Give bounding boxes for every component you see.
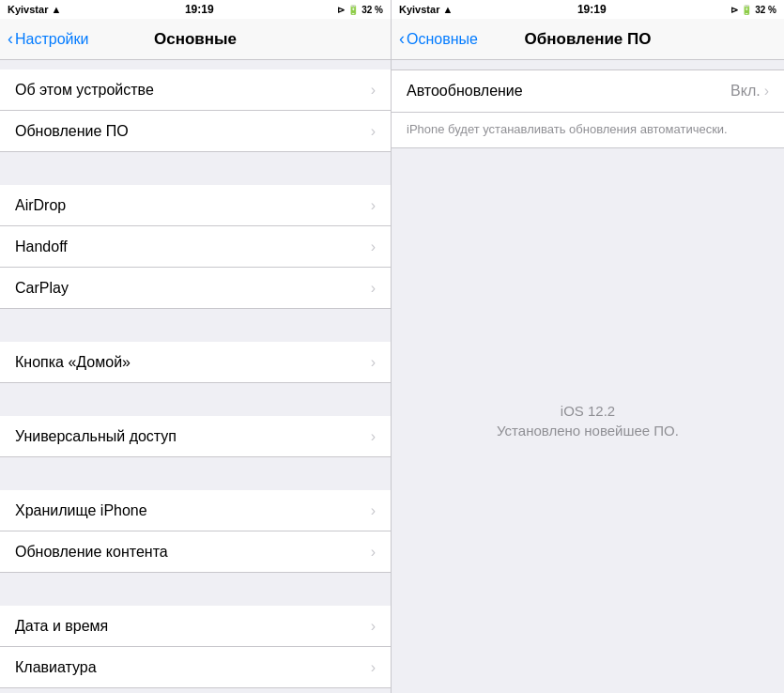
auto-update-status: Вкл. [730, 83, 761, 100]
left-nav-title: Основные [154, 30, 237, 49]
row-label-datetime: Дата и время [15, 618, 108, 635]
chevron-right-icon: › [371, 502, 376, 519]
left-settings-content: Об этом устройстве › Обновление ПО › Air… [0, 60, 391, 693]
chevron-right-icon: › [371, 659, 376, 676]
right-location-icon: ⊳ [730, 5, 738, 15]
right-panel: Kyivstar ▲ 19:19 ⊳ 🔋 32 % ‹ Основные Обн… [392, 0, 784, 693]
right-nav-bar: ‹ Основные Обновление ПО [392, 19, 784, 60]
left-divider-top [0, 60, 391, 69]
right-time: 19:19 [577, 3, 607, 16]
left-signal-icon: ▲ [51, 4, 61, 15]
list-item[interactable]: Хранилище iPhone › [0, 490, 391, 531]
list-item[interactable]: Клавиатура › [0, 647, 391, 688]
chevron-right-icon: › [371, 123, 376, 140]
list-item[interactable]: AirDrop › [0, 185, 391, 226]
list-item[interactable]: Об этом устройстве › [0, 69, 391, 111]
ios-status-label: Установлено новейшее ПО. [497, 423, 679, 439]
list-item[interactable]: Обновление ПО › [0, 111, 391, 152]
chevron-right-icon: › [371, 239, 376, 255]
right-signal-icon: ▲ [442, 4, 453, 15]
left-divider-5 [0, 457, 391, 490]
left-time: 19:19 [185, 3, 214, 16]
auto-update-label: Автообновление [407, 83, 523, 100]
ios-version-label: iOS 12.2 [561, 403, 615, 419]
left-section-1: Об этом устройстве › Обновление ПО › [0, 60, 391, 152]
left-status-right: ⊳ 🔋 32 % [337, 5, 383, 15]
chevron-right-icon: › [371, 428, 376, 445]
chevron-right-icon: › [371, 197, 376, 214]
chevron-right-icon: › [371, 544, 376, 561]
right-status-left: Kyivstar ▲ [399, 4, 453, 15]
left-section-4: Универсальный доступ › [0, 383, 391, 457]
auto-update-value: Вкл. › [730, 83, 769, 100]
right-back-label[interactable]: Основные [407, 31, 478, 48]
left-status-left: Kyivstar ▲ [8, 4, 61, 15]
left-nav-bar: ‹ Настройки Основные [0, 19, 391, 60]
left-back-label[interactable]: Настройки [15, 31, 88, 48]
list-item[interactable]: CarPlay › [0, 268, 391, 309]
list-item[interactable]: Обновление контента › [0, 531, 391, 573]
row-label-update: Обновление ПО [15, 123, 129, 140]
left-section-6: Дата и время › Клавиатура › [0, 573, 391, 688]
left-back-button[interactable]: ‹ Настройки [8, 29, 88, 49]
list-item[interactable]: Дата и время › [0, 606, 391, 647]
chevron-right-icon: › [371, 618, 376, 635]
left-location-icon: ⊳ [337, 5, 345, 15]
left-back-chevron-icon: ‹ [8, 29, 13, 49]
right-back-chevron-icon: ‹ [399, 29, 405, 49]
right-top-divider [392, 60, 784, 69]
row-label-handoff: Handoff [15, 239, 68, 255]
left-divider-6 [0, 573, 391, 606]
row-label-device: Об этом устройстве [15, 82, 154, 99]
chevron-right-icon: › [371, 280, 376, 297]
right-status-bar: Kyivstar ▲ 19:19 ⊳ 🔋 32 % [392, 0, 784, 19]
left-section-5: Хранилище iPhone › Обновление контента › [0, 457, 391, 573]
right-battery-icon: 🔋 [741, 5, 752, 15]
left-divider-4 [0, 383, 391, 416]
list-item[interactable]: Универсальный доступ › [0, 416, 391, 457]
auto-update-row[interactable]: Автообновление Вкл. › [392, 70, 784, 112]
left-carrier: Kyivstar [8, 4, 48, 15]
right-nav-title: Обновление ПО [525, 30, 652, 49]
row-label-carplay: CarPlay [15, 280, 69, 297]
chevron-right-icon: › [764, 83, 769, 100]
right-status-right: ⊳ 🔋 32 % [730, 5, 776, 15]
row-label-bg-refresh: Обновление контента [15, 544, 168, 561]
left-status-bar: Kyivstar ▲ 19:19 ⊳ 🔋 32 % [0, 0, 391, 19]
chevron-right-icon: › [371, 82, 376, 99]
auto-update-description: iPhone будет устанавливать обновления ав… [392, 112, 784, 147]
left-divider-3 [0, 309, 391, 342]
left-section-3: Кнопка «Домой» › [0, 309, 391, 383]
auto-update-section: Автообновление Вкл. › iPhone будет устан… [392, 69, 784, 148]
ios-update-info: iOS 12.2 Установлено новейшее ПО. [392, 148, 784, 693]
left-battery-pct: 32 % [361, 5, 383, 15]
right-battery-pct: 32 % [755, 5, 776, 15]
left-panel: Kyivstar ▲ 19:19 ⊳ 🔋 32 % ‹ Настройки Ос… [0, 0, 392, 693]
right-carrier: Kyivstar [399, 4, 439, 15]
right-back-button[interactable]: ‹ Основные [399, 29, 478, 49]
list-item[interactable]: Кнопка «Домой» › [0, 342, 391, 383]
left-divider-2 [0, 152, 391, 185]
list-item[interactable]: Handoff › [0, 226, 391, 268]
row-label-storage: Хранилище iPhone [15, 502, 147, 519]
row-label-keyboard: Клавиатура [15, 659, 97, 676]
row-label-airdrop: AirDrop [15, 197, 66, 214]
row-label-home: Кнопка «Домой» [15, 354, 131, 371]
row-label-accessibility: Универсальный доступ [15, 428, 177, 445]
left-section-2: AirDrop › Handoff › CarPlay › [0, 152, 391, 309]
chevron-right-icon: › [371, 354, 376, 371]
left-battery-icon: 🔋 [347, 5, 359, 15]
